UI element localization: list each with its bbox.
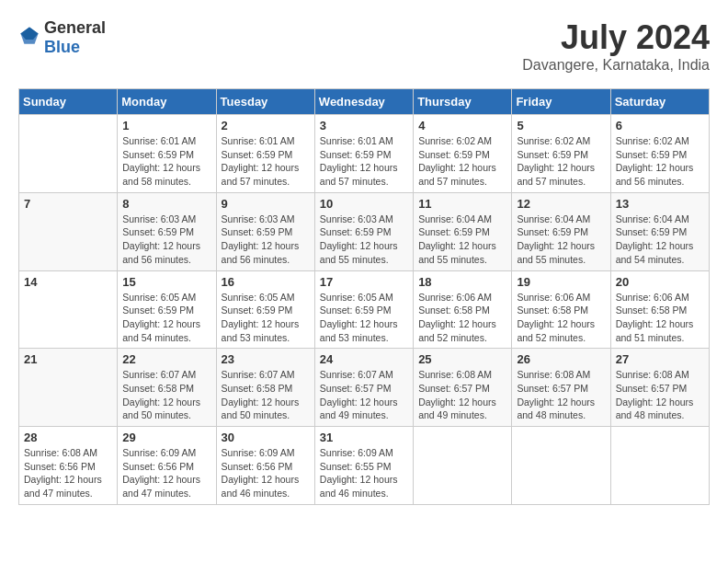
day-number: 16: [222, 275, 310, 289]
day-number: 4: [418, 119, 506, 132]
weekday-header-friday: Friday: [512, 89, 610, 115]
day-number: 17: [320, 275, 408, 289]
day-number: 3: [320, 119, 408, 132]
location-title: Davangere, Karnataka, India: [522, 57, 710, 74]
day-info: Sunrise: 6:07 AM Sunset: 6:57 PM Dayligh…: [320, 368, 408, 422]
day-info: Sunrise: 6:09 AM Sunset: 6:55 PM Dayligh…: [320, 446, 408, 500]
day-info: Sunrise: 6:02 AM Sunset: 6:59 PM Dayligh…: [517, 134, 605, 189]
calendar-cell: 28Sunrise: 6:08 AM Sunset: 6:56 PM Dayli…: [19, 427, 118, 505]
calendar-cell: 29Sunrise: 6:09 AM Sunset: 6:56 PM Dayli…: [118, 427, 216, 505]
day-info: Sunrise: 6:08 AM Sunset: 6:57 PM Dayligh…: [616, 368, 704, 422]
calendar-cell: 15Sunrise: 6:05 AM Sunset: 6:59 PM Dayli…: [118, 270, 216, 349]
day-number: 25: [418, 352, 506, 366]
calendar-cell: 1Sunrise: 6:01 AM Sunset: 6:59 PM Daylig…: [118, 115, 216, 193]
day-info: Sunrise: 6:02 AM Sunset: 6:59 PM Dayligh…: [418, 134, 506, 189]
weekday-header-saturday: Saturday: [610, 89, 709, 115]
day-number: 30: [222, 431, 310, 444]
day-info: Sunrise: 6:06 AM Sunset: 6:58 PM Dayligh…: [517, 291, 605, 345]
calendar-week-5: 28Sunrise: 6:08 AM Sunset: 6:56 PM Dayli…: [19, 427, 710, 505]
day-number: 8: [122, 197, 210, 211]
calendar-table: SundayMondayTuesdayWednesdayThursdayFrid…: [18, 88, 710, 505]
day-info: Sunrise: 6:08 AM Sunset: 6:57 PM Dayligh…: [517, 368, 605, 422]
day-number: 24: [320, 352, 408, 366]
day-info: Sunrise: 6:07 AM Sunset: 6:58 PM Dayligh…: [122, 368, 210, 422]
calendar-cell: 12Sunrise: 6:04 AM Sunset: 6:59 PM Dayli…: [512, 192, 610, 270]
day-info: Sunrise: 6:03 AM Sunset: 6:59 PM Dayligh…: [320, 213, 408, 267]
weekday-header-tuesday: Tuesday: [216, 89, 314, 115]
calendar-cell: [610, 427, 709, 505]
day-number: 15: [122, 275, 210, 289]
calendar-cell: 26Sunrise: 6:08 AM Sunset: 6:57 PM Dayli…: [512, 349, 610, 427]
calendar-cell: 10Sunrise: 6:03 AM Sunset: 6:59 PM Dayli…: [314, 192, 413, 270]
calendar-cell: 19Sunrise: 6:06 AM Sunset: 6:58 PM Dayli…: [512, 270, 610, 349]
day-info: Sunrise: 6:03 AM Sunset: 6:59 PM Dayligh…: [222, 213, 310, 267]
day-info: Sunrise: 6:06 AM Sunset: 6:58 PM Dayligh…: [418, 291, 506, 345]
weekday-header-monday: Monday: [118, 89, 216, 115]
day-number: 31: [320, 431, 408, 444]
day-number: 26: [517, 352, 605, 366]
calendar-week-4: 2122Sunrise: 6:07 AM Sunset: 6:58 PM Day…: [19, 349, 710, 427]
logo: General Blue: [18, 18, 106, 57]
calendar-cell: 21: [19, 349, 118, 427]
day-info: Sunrise: 6:05 AM Sunset: 6:59 PM Dayligh…: [122, 291, 210, 345]
header: General Blue July 2024 Davangere, Karnat…: [18, 18, 710, 74]
day-info: Sunrise: 6:01 AM Sunset: 6:59 PM Dayligh…: [222, 134, 310, 189]
weekday-header-sunday: Sunday: [19, 89, 118, 115]
day-info: Sunrise: 6:05 AM Sunset: 6:59 PM Dayligh…: [222, 291, 310, 345]
day-number: 1: [122, 119, 210, 132]
day-number: 22: [122, 352, 210, 366]
day-info: Sunrise: 6:01 AM Sunset: 6:59 PM Dayligh…: [320, 134, 408, 189]
calendar-cell: 30Sunrise: 6:09 AM Sunset: 6:56 PM Dayli…: [216, 427, 314, 505]
day-number: 28: [24, 431, 112, 444]
day-number: 29: [122, 431, 210, 444]
day-number: 21: [24, 352, 112, 366]
day-info: Sunrise: 6:08 AM Sunset: 6:57 PM Dayligh…: [418, 368, 506, 422]
day-number: 6: [616, 119, 704, 132]
calendar-cell: 18Sunrise: 6:06 AM Sunset: 6:58 PM Dayli…: [414, 270, 512, 349]
day-info: Sunrise: 6:09 AM Sunset: 6:56 PM Dayligh…: [222, 446, 310, 500]
calendar-week-1: 1Sunrise: 6:01 AM Sunset: 6:59 PM Daylig…: [19, 115, 710, 193]
calendar-cell: [414, 427, 512, 505]
calendar-cell: 9Sunrise: 6:03 AM Sunset: 6:59 PM Daylig…: [216, 192, 314, 270]
month-title: July 2024: [522, 18, 710, 57]
day-number: 12: [517, 197, 605, 211]
calendar-cell: [512, 427, 610, 505]
day-info: Sunrise: 6:02 AM Sunset: 6:59 PM Dayligh…: [616, 134, 704, 189]
day-number: 13: [616, 197, 704, 211]
day-info: Sunrise: 6:01 AM Sunset: 6:59 PM Dayligh…: [122, 134, 210, 189]
day-number: 27: [616, 352, 704, 366]
day-number: 23: [222, 352, 310, 366]
day-info: Sunrise: 6:08 AM Sunset: 6:56 PM Dayligh…: [24, 446, 112, 500]
calendar-cell: [19, 115, 118, 193]
weekday-header-wednesday: Wednesday: [314, 89, 413, 115]
day-number: 11: [418, 197, 506, 211]
day-info: Sunrise: 6:06 AM Sunset: 6:58 PM Dayligh…: [616, 291, 704, 345]
calendar-cell: 7: [19, 192, 118, 270]
calendar-cell: 20Sunrise: 6:06 AM Sunset: 6:58 PM Dayli…: [610, 270, 709, 349]
calendar-cell: 13Sunrise: 6:04 AM Sunset: 6:59 PM Dayli…: [610, 192, 709, 270]
calendar-cell: 17Sunrise: 6:05 AM Sunset: 6:59 PM Dayli…: [314, 270, 413, 349]
day-number: 20: [616, 275, 704, 289]
calendar-cell: 5Sunrise: 6:02 AM Sunset: 6:59 PM Daylig…: [512, 115, 610, 193]
day-info: Sunrise: 6:04 AM Sunset: 6:59 PM Dayligh…: [517, 213, 605, 267]
calendar-cell: 2Sunrise: 6:01 AM Sunset: 6:59 PM Daylig…: [216, 115, 314, 193]
day-info: Sunrise: 6:09 AM Sunset: 6:56 PM Dayligh…: [122, 446, 210, 500]
calendar-cell: 25Sunrise: 6:08 AM Sunset: 6:57 PM Dayli…: [414, 349, 512, 427]
day-number: 19: [517, 275, 605, 289]
day-number: 7: [24, 197, 112, 211]
calendar-cell: 3Sunrise: 6:01 AM Sunset: 6:59 PM Daylig…: [314, 115, 413, 193]
calendar-cell: 4Sunrise: 6:02 AM Sunset: 6:59 PM Daylig…: [414, 115, 512, 193]
day-info: Sunrise: 6:07 AM Sunset: 6:58 PM Dayligh…: [222, 368, 310, 422]
day-info: Sunrise: 6:04 AM Sunset: 6:59 PM Dayligh…: [418, 213, 506, 267]
calendar-cell: 23Sunrise: 6:07 AM Sunset: 6:58 PM Dayli…: [216, 349, 314, 427]
logo-general: General: [44, 18, 106, 37]
calendar-week-2: 78Sunrise: 6:03 AM Sunset: 6:59 PM Dayli…: [19, 192, 710, 270]
day-number: 14: [24, 275, 112, 289]
weekday-header-thursday: Thursday: [414, 89, 512, 115]
day-info: Sunrise: 6:04 AM Sunset: 6:59 PM Dayligh…: [616, 213, 704, 267]
calendar-cell: 14: [19, 270, 118, 349]
weekday-header-row: SundayMondayTuesdayWednesdayThursdayFrid…: [19, 89, 710, 115]
calendar-cell: 11Sunrise: 6:04 AM Sunset: 6:59 PM Dayli…: [414, 192, 512, 270]
day-info: Sunrise: 6:03 AM Sunset: 6:59 PM Dayligh…: [122, 213, 210, 267]
logo-icon: [18, 25, 40, 47]
